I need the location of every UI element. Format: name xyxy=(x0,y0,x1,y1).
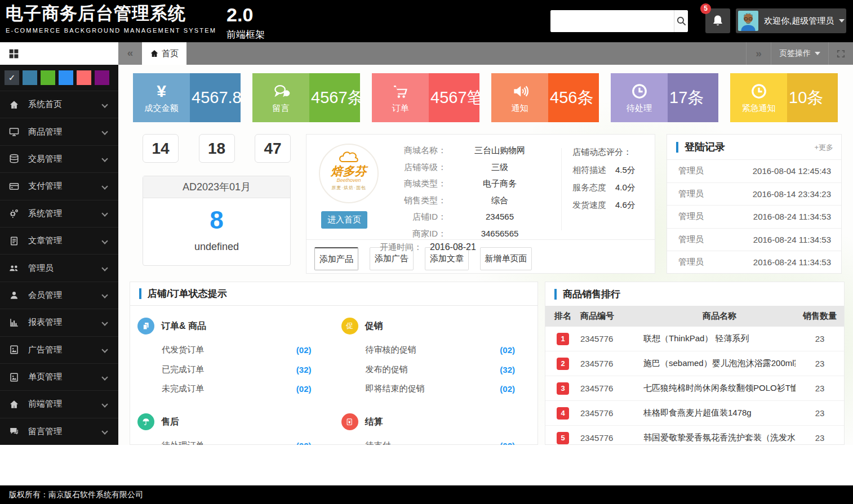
tabs-scroll-right-button[interactable]: » xyxy=(746,42,771,65)
status-item[interactable]: 待审核的促销(02) xyxy=(334,340,538,360)
status-item-label: 已完成订单 xyxy=(162,364,204,375)
table-row[interactable]: 4 2345776 桂格即食燕麦片超值装1478g 23 xyxy=(545,401,844,426)
sidebar-item-articles[interactable]: 文章管理 xyxy=(0,227,118,254)
chevron-down-icon xyxy=(101,347,108,353)
status-group-title: 售后 xyxy=(161,416,179,428)
sidebar-item-members[interactable]: 会员管理 xyxy=(0,282,118,309)
status-item-label: 即将结束的促销 xyxy=(366,383,425,394)
stat-card-orders[interactable]: 订单 4567笔 xyxy=(372,73,479,122)
status-item[interactable]: 待支付(02) xyxy=(334,436,538,445)
sidebar-item-label: 前端管理 xyxy=(28,399,103,409)
enter-home-button[interactable]: 进入首页 xyxy=(321,211,367,229)
add-page-button[interactable]: 新增单页面 xyxy=(480,247,532,270)
search-input[interactable] xyxy=(550,10,674,32)
status-item[interactable]: 发布的促销(32) xyxy=(334,360,538,380)
grid-icon xyxy=(8,48,20,60)
shop-rating: 店铺动态评分： 相符描述4.5分 服务态度4.0分 发货速度4.6分 xyxy=(572,147,651,217)
tabs-scroll-left-button[interactable]: « xyxy=(118,42,142,65)
stat-card-pending[interactable]: 待处理 17条 xyxy=(611,73,718,122)
field-value: 234565 xyxy=(446,208,553,225)
cart-icon xyxy=(392,82,410,100)
clock-minute: 18 xyxy=(199,134,235,163)
status-item[interactable]: 待处理订单(02) xyxy=(130,436,334,445)
status-item[interactable]: 即将结束的促销(02) xyxy=(334,380,538,399)
rating-label: 服务态度 xyxy=(572,182,606,192)
home-icon xyxy=(150,49,159,58)
tab-operations-dropdown[interactable]: 页签操作 xyxy=(771,42,828,65)
chat-icon xyxy=(272,82,290,100)
theme-swatch-red[interactable] xyxy=(77,70,91,85)
chevron-down-icon xyxy=(101,319,108,325)
app-version: 2.0 xyxy=(226,3,265,26)
table-row[interactable]: 3 2345776 七匹狼纯棉时尚休闲条纹翻领POLO衫T恤 23 xyxy=(545,376,844,401)
user-menu[interactable]: 欢迎你,超级管理员 xyxy=(736,8,846,33)
login-user: 管理员 xyxy=(678,189,704,199)
fullscreen-button[interactable] xyxy=(828,42,853,65)
rating-title: 店铺动态评分： xyxy=(572,147,651,158)
app-header: 电子商务后台管理系统 E-COMMERCE BACKGROUND MANAGEM… xyxy=(0,0,853,42)
stat-card-turnover[interactable]: ¥ 成交金额 4567.89元 xyxy=(133,73,241,122)
shop-actions: 开通时间：2016-08-21 添加产品 添加广告 添加文章 新增单页面 xyxy=(306,239,655,273)
stat-card-label: 留言 xyxy=(273,103,290,114)
theme-swatch-steel[interactable] xyxy=(23,70,37,85)
theme-swatch-purple[interactable] xyxy=(95,70,109,85)
sidebar-item-system[interactable]: 系统管理 xyxy=(0,200,118,227)
status-item[interactable]: 代发货订单(02) xyxy=(130,340,334,360)
home-icon xyxy=(9,100,20,110)
tab-bar: « 首页 » 页签操作 xyxy=(0,42,853,65)
sidebar-item-pages[interactable]: 单页管理 xyxy=(0,363,118,390)
chevron-down-icon xyxy=(101,429,108,435)
sidebar-item-frontend[interactable]: 前端管理 xyxy=(0,390,118,417)
sidebar-item-messages[interactable]: 留言管理 xyxy=(0,418,118,445)
sidebar-item-label: 管理员 xyxy=(28,263,103,274)
rank-badge: 4 xyxy=(557,407,569,420)
status-item-label: 发布的促销 xyxy=(366,364,408,375)
theme-swatch-green[interactable] xyxy=(41,70,55,85)
field-value: 电子商务 xyxy=(446,175,553,192)
open-time-value: 2016-08-21 xyxy=(430,242,476,252)
status-item-label: 待审核的促销 xyxy=(366,345,416,355)
table-row[interactable]: 2 2345776 施巴（sebamed）婴儿泡泡沐浴露200ml家庭... 2… xyxy=(545,351,844,376)
chevron-down-icon xyxy=(101,101,108,108)
product-name: 桂格即食燕麦片超值装1478g xyxy=(643,408,796,418)
theme-swatch-dark[interactable]: ✓ xyxy=(5,70,19,85)
sidebar-item-products[interactable]: 商品管理 xyxy=(0,118,118,145)
search-button[interactable] xyxy=(674,10,688,32)
stat-card-urgent[interactable]: 紧急通知 10条 xyxy=(730,73,838,122)
sidebar-item-payment[interactable]: 支付管理 xyxy=(0,172,118,199)
sidebar: ✓ 系统首页 商品管理 交易管理 支付管理 系统管理 文章管理 管理员 xyxy=(0,65,118,445)
login-time: 2016-08-24 11:34:53 xyxy=(753,257,831,267)
sidebar-item-trade[interactable]: 交易管理 xyxy=(0,145,118,172)
login-records-title: 登陆记录 xyxy=(685,140,725,154)
sidebar-item-admins[interactable]: 管理员 xyxy=(0,254,118,281)
app-subtitle: E-COMMERCE BACKGROUND MANAGEMENT SYSTEM xyxy=(6,27,216,34)
sidebar-toggle[interactable] xyxy=(0,42,118,65)
notifications-button[interactable]: 5 xyxy=(705,8,730,33)
more-link[interactable]: +更多 xyxy=(814,142,833,153)
status-item[interactable]: 已完成订单(32) xyxy=(130,360,334,380)
stat-card-notices[interactable]: 通知 456条 xyxy=(491,73,599,122)
theme-swatch-blue[interactable] xyxy=(59,70,73,85)
sidebar-item-reports[interactable]: 报表管理 xyxy=(0,309,118,336)
status-item[interactable]: 未完成订单(02) xyxy=(130,380,334,399)
calendar-card: AD2023年01月 8 undefined xyxy=(143,176,291,266)
double-chevron-left-icon: « xyxy=(127,47,134,59)
status-item-count: (32) xyxy=(296,365,312,374)
field-value: 三级 xyxy=(446,159,553,176)
stat-card-label: 待处理 xyxy=(627,103,652,114)
product-qty: 23 xyxy=(796,359,844,368)
sidebar-item-system-home[interactable]: 系统首页 xyxy=(0,91,118,118)
tab-home[interactable]: 首页 xyxy=(142,42,186,65)
sidebar-item-ads[interactable]: 广告管理 xyxy=(0,336,118,363)
app-version-sub: 前端框架 xyxy=(226,28,265,41)
table-row[interactable]: 1 2345776 联想（ThinkPad） 轻薄系列 23 xyxy=(545,327,844,351)
table-header: 排名 商品编号 商品名称 销售数量 xyxy=(545,306,844,327)
rating-value: 4.0分 xyxy=(615,182,636,192)
stat-card-messages[interactable]: 留言 4567条 xyxy=(252,73,360,122)
add-product-button[interactable]: 添加产品 xyxy=(314,247,358,270)
bell-icon xyxy=(711,14,725,28)
sidebar-item-label: 商品管理 xyxy=(28,127,103,137)
image-file-icon xyxy=(9,372,20,382)
table-row[interactable]: 5 2345776 韩国爱敬挚爱香氛花香洗护套装（洗发水... 23 xyxy=(545,426,844,445)
chevron-down-icon xyxy=(815,52,820,55)
